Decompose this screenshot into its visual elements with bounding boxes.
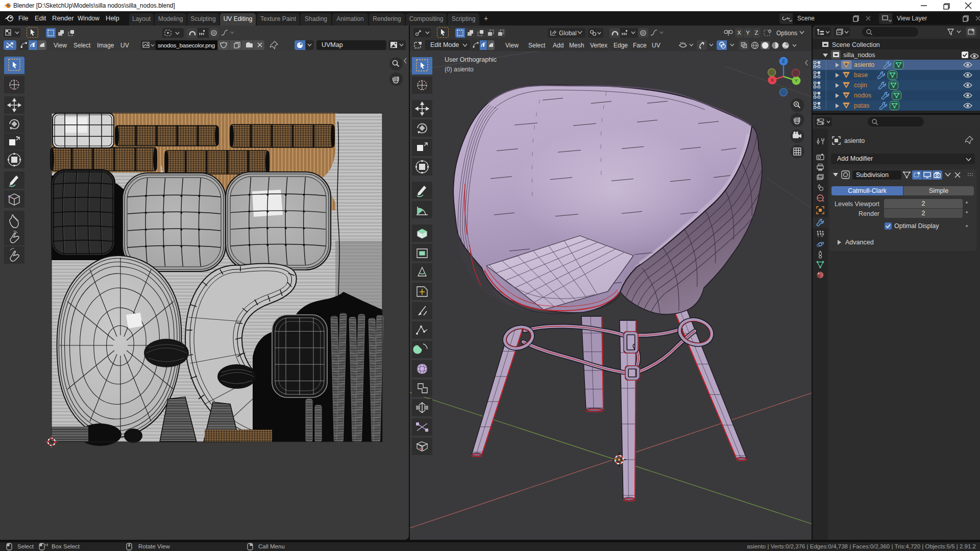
svg-text:User Orthographic: User Orthographic [445, 56, 497, 63]
svg-text:(0) asiento: (0) asiento [445, 66, 474, 73]
svg-text:Y: Y [795, 78, 798, 83]
svg-text:Z: Z [782, 58, 785, 64]
svg-text:X: X [771, 77, 774, 83]
